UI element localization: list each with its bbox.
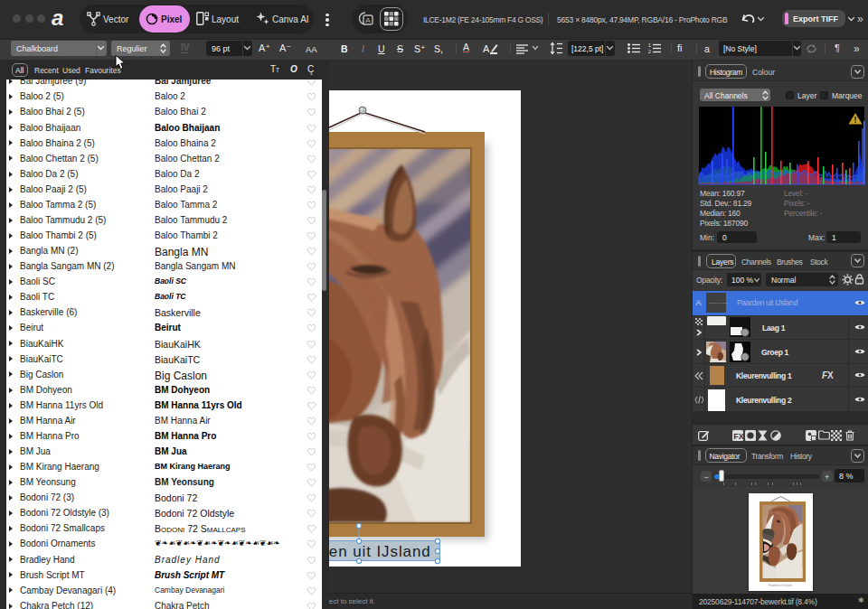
svg-text:1: 1 — [648, 42, 651, 48]
svg-text:A: A — [483, 43, 490, 54]
svg-text:A: A — [365, 16, 371, 24]
svg-text:2: 2 — [648, 49, 651, 54]
svg-text:FX: FX — [733, 432, 744, 441]
svg-text:Paarden uit IJsland: Paarden uit IJsland — [769, 584, 792, 587]
